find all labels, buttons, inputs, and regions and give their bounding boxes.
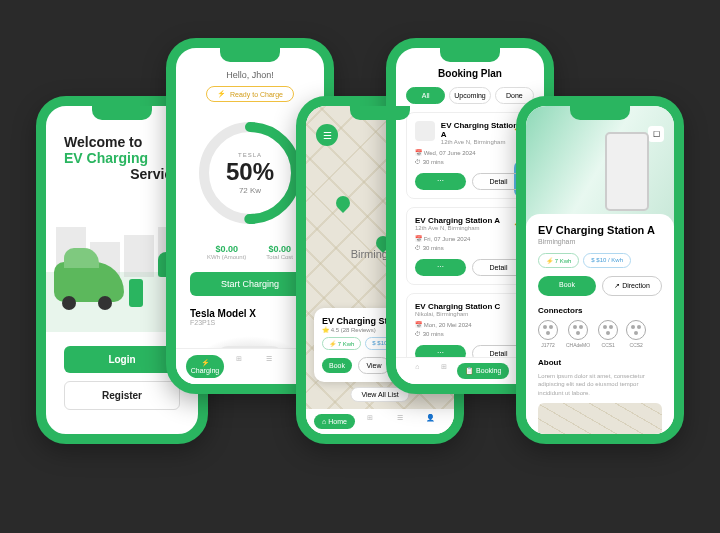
nav-item[interactable]: 👤 bbox=[416, 414, 446, 429]
percent-value: 50% bbox=[226, 158, 274, 186]
about-text: Lorem ipsum dolor sit amet, consectetur … bbox=[538, 372, 662, 397]
tab-upcoming[interactable]: Upcoming bbox=[449, 87, 491, 104]
welcome-line2: EV Charging bbox=[64, 150, 180, 166]
connector-type: CHAdeMO bbox=[566, 320, 590, 348]
tab-all[interactable]: All bbox=[406, 87, 445, 104]
map-label: DRUID HILLS bbox=[617, 438, 654, 444]
welcome-line3: Service bbox=[64, 166, 180, 182]
total-cost: $0.00 bbox=[266, 244, 293, 254]
station-address: Birmingham bbox=[538, 238, 662, 245]
battery-icon bbox=[129, 279, 143, 307]
nav-item[interactable]: ⌂ bbox=[404, 363, 431, 379]
kwh-amount: $0.00 bbox=[207, 244, 246, 254]
vehicle-name: Tesla Model X bbox=[190, 308, 310, 319]
nav-booking[interactable]: 📋 Booking bbox=[457, 363, 509, 379]
nav-item[interactable]: ⊞ bbox=[224, 355, 254, 378]
action-button[interactable]: ⋯ bbox=[415, 173, 466, 190]
charge-ring: TESLA 50% 72 Kw bbox=[195, 118, 305, 228]
nav-charging[interactable]: ⚡ Charging bbox=[186, 355, 224, 378]
book-button[interactable]: Book bbox=[322, 358, 352, 373]
nav-item[interactable]: ⊞ bbox=[431, 363, 458, 379]
book-button[interactable]: Book bbox=[538, 276, 596, 296]
about-heading: About bbox=[538, 358, 662, 367]
bookmark-icon[interactable]: ☐ bbox=[648, 126, 664, 142]
register-button[interactable]: Register bbox=[64, 381, 180, 410]
welcome-line1: Welcome to bbox=[64, 134, 180, 150]
connector-type: CCS1 bbox=[598, 320, 618, 348]
action-button[interactable]: ⋯ bbox=[415, 259, 466, 276]
connectors-heading: Connectors bbox=[538, 306, 662, 315]
detail-screen: ☐ EV Charging Station A Birmingham ⚡ 7 K… bbox=[516, 96, 684, 444]
power-chip: ⚡ 7 Kwh bbox=[538, 253, 579, 268]
price-chip: $ $10 / Kwh bbox=[583, 253, 631, 268]
mini-map[interactable]: DRUID HILLS bbox=[538, 403, 662, 444]
station-name: EV Charging Station A bbox=[538, 224, 662, 236]
vehicle-code: F23P1S bbox=[190, 319, 310, 326]
power-chip: ⚡ 7 Kwh bbox=[322, 337, 361, 350]
direction-button[interactable]: ↗ Direction bbox=[602, 276, 662, 296]
kw-value: 72 Kw bbox=[226, 186, 274, 195]
map-pin[interactable] bbox=[333, 193, 353, 213]
booking-card: EV Charging Station A12th Ave N, Birming… bbox=[406, 207, 534, 285]
station-photo: ☐ bbox=[526, 106, 674, 226]
connector-type: CCS2 bbox=[626, 320, 646, 348]
station-icon bbox=[415, 121, 435, 141]
booking-card: EV Charging Station A12th Ave N, Birming… bbox=[406, 112, 534, 199]
nav-item[interactable]: ☰ bbox=[385, 414, 415, 429]
connector-type: J1772 bbox=[538, 320, 558, 348]
login-button[interactable]: Login bbox=[64, 346, 180, 373]
nav-home[interactable]: ⌂ Home bbox=[314, 414, 355, 429]
nav-item[interactable]: ☰ bbox=[254, 355, 284, 378]
ready-badge: ⚡Ready to Charge bbox=[206, 86, 294, 102]
nav-item[interactable]: ⊞ bbox=[355, 414, 385, 429]
greeting: Hello, Jhon! bbox=[190, 70, 310, 80]
start-charging-button[interactable]: Start Charging bbox=[190, 272, 310, 296]
menu-button[interactable]: ☰ bbox=[316, 124, 338, 146]
